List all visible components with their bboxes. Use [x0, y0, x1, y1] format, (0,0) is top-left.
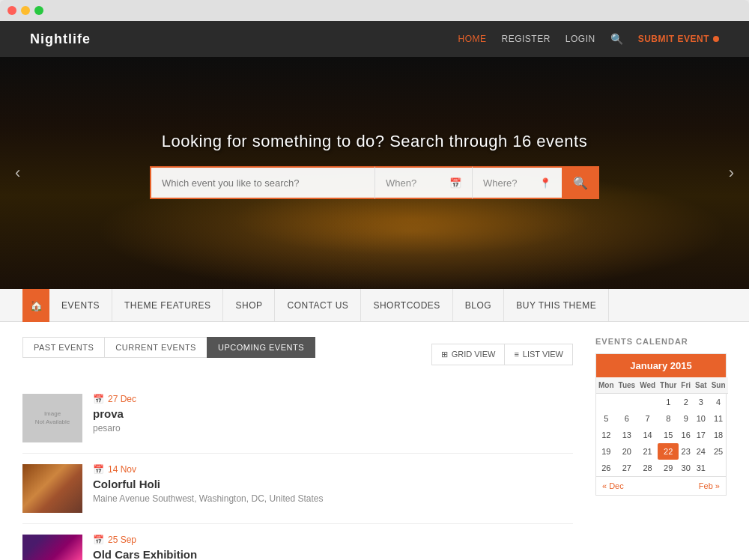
cal-day[interactable]: 10: [693, 410, 709, 427]
cal-day[interactable]: 31: [693, 460, 709, 476]
sec-nav-shop[interactable]: SHOP: [223, 289, 275, 321]
cal-day-fri: Fri: [679, 377, 693, 394]
event-item-cars: 📅 25 Sep Old Cars Exhibition Maryland Av…: [22, 524, 573, 560]
cal-day: [596, 394, 616, 411]
nav-register[interactable]: REGISTER: [501, 34, 550, 44]
sec-nav-events[interactable]: EVENTS: [49, 289, 112, 321]
cal-day[interactable]: 6: [616, 410, 638, 427]
event-item-holi: 📅 14 Nov Colorful Holi Maine Avenue Sout…: [22, 454, 573, 524]
sec-nav-home[interactable]: 🏠: [22, 289, 49, 322]
hero-title: Looking for something to do? Search thro…: [150, 132, 599, 151]
cal-day[interactable]: 5: [596, 410, 616, 427]
cal-day[interactable]: 7: [637, 410, 658, 427]
cal-day[interactable]: 8: [658, 410, 679, 427]
hero-prev-arrow[interactable]: ‹: [15, 163, 20, 183]
search-when-input[interactable]: When? 📅: [374, 166, 472, 199]
cal-day: [709, 460, 728, 476]
cal-day[interactable]: 12: [596, 427, 616, 443]
filter-row: PAST EVENTS CURRENT EVENTS UPCOMING EVEN…: [22, 337, 573, 371]
cal-day[interactable]: 18: [709, 427, 728, 443]
search-button[interactable]: 🔍: [562, 166, 599, 199]
event-filter-tabs: PAST EVENTS CURRENT EVENTS UPCOMING EVEN…: [22, 337, 315, 358]
cal-day[interactable]: 2: [679, 394, 693, 411]
cal-day[interactable]: 19: [596, 443, 616, 460]
cal-day-wed: Wed: [637, 377, 658, 394]
cal-day: [616, 394, 638, 411]
cal-day[interactable]: 25: [709, 443, 728, 460]
cal-prev-link[interactable]: « Dec: [602, 481, 624, 490]
sec-nav-theme-features[interactable]: THEME FEATURES: [112, 289, 223, 321]
calendar-title: EVENTS CALENDAR: [595, 337, 727, 346]
cal-day[interactable]: 15: [658, 427, 679, 443]
tab-upcoming-events[interactable]: UPCOMING EVENTS: [207, 337, 315, 358]
cal-day[interactable]: 29: [658, 460, 679, 476]
cal-day[interactable]: 9: [679, 410, 693, 427]
calendar-grid: Mon Tues Wed Thur Fri Sat Sun 1234567891…: [596, 377, 728, 476]
event-location-holi: Maine Avenue Southwest, Washington, DC, …: [93, 493, 573, 504]
secondary-nav: 🏠 EVENTS THEME FEATURES SHOP CONTACT US …: [0, 289, 749, 322]
sec-nav-blog[interactable]: BLOG: [453, 289, 504, 321]
event-title-cars[interactable]: Old Cars Exhibition: [93, 548, 573, 560]
calendar-icon-small: 📅: [93, 394, 104, 404]
tab-current-events[interactable]: CURRENT EVENTS: [104, 337, 207, 358]
cal-day[interactable]: 16: [679, 427, 693, 443]
sec-nav-contact-us[interactable]: CONTACT US: [275, 289, 361, 321]
cal-day[interactable]: 20: [616, 443, 638, 460]
nav-home[interactable]: HOME: [458, 34, 486, 44]
sec-nav-shortcodes[interactable]: SHORTCODES: [361, 289, 452, 321]
calendar-month-header: January 2015: [596, 354, 726, 377]
sec-nav-buy-theme[interactable]: BUY THIS THEME: [504, 289, 609, 321]
hero-next-arrow[interactable]: ›: [729, 163, 734, 183]
site-header: Nightlife HOME REGISTER LOGIN 🔍 SUBMIT E…: [0, 21, 749, 57]
event-title-holi[interactable]: Colorful Holi: [93, 478, 573, 490]
cal-day[interactable]: 24: [693, 443, 709, 460]
cal-day[interactable]: 1: [658, 394, 679, 411]
calendar-section: EVENTS CALENDAR January 2015 Mon Tues We…: [595, 337, 727, 560]
nav-login[interactable]: LOGIN: [565, 34, 595, 44]
event-thumb-prova: ImageNot Available: [22, 394, 82, 442]
cal-day[interactable]: 27: [616, 460, 638, 476]
cal-day[interactable]: 23: [679, 443, 693, 460]
minimize-button[interactable]: [21, 6, 30, 15]
cal-day[interactable]: 22: [658, 443, 679, 460]
location-icon: 📍: [539, 177, 551, 189]
cal-day-sun: Sun: [709, 377, 728, 394]
search-where-input[interactable]: Where? 📍: [472, 166, 562, 199]
event-title-prova[interactable]: prova: [93, 407, 573, 420]
submit-event-button[interactable]: SUBMIT EVENT: [638, 34, 719, 44]
calendar-widget: January 2015 Mon Tues Wed Thur Fri Sat S…: [595, 353, 727, 496]
event-date-prova: 📅 27 Dec: [93, 394, 573, 404]
cal-day[interactable]: 26: [596, 460, 616, 476]
cal-day[interactable]: 3: [693, 394, 709, 411]
header-nav: HOME REGISTER LOGIN 🔍 SUBMIT EVENT: [458, 33, 719, 45]
maximize-button[interactable]: [34, 6, 43, 15]
cal-next-link[interactable]: Feb »: [699, 481, 720, 490]
cal-day[interactable]: 13: [616, 427, 638, 443]
close-button[interactable]: [7, 6, 16, 15]
search-icon[interactable]: 🔍: [610, 33, 623, 45]
grid-view-button[interactable]: ⊞ GRID VIEW: [431, 344, 505, 365]
cal-day[interactable]: 17: [693, 427, 709, 443]
cal-day-tue: Tues: [616, 377, 638, 394]
calendar-icon: 📅: [449, 177, 461, 189]
events-section: PAST EVENTS CURRENT EVENTS UPCOMING EVEN…: [22, 337, 573, 560]
cal-day[interactable]: 28: [637, 460, 658, 476]
calendar-nav: « Dec Feb »: [596, 476, 726, 495]
site-logo: Nightlife: [30, 31, 91, 47]
cal-day[interactable]: 14: [637, 427, 658, 443]
calendar-icon-holi: 📅: [93, 464, 104, 475]
cal-day[interactable]: 4: [709, 394, 728, 411]
list-view-button[interactable]: ≡ LIST VIEW: [504, 344, 573, 365]
tab-past-events[interactable]: PAST EVENTS: [22, 337, 104, 358]
hero-content: Looking for something to do? Search thro…: [150, 132, 599, 199]
search-event-input[interactable]: [150, 166, 374, 199]
cal-day[interactable]: 11: [709, 410, 728, 427]
cal-day-thu: Thur: [658, 377, 679, 394]
event-date-cars: 📅 25 Sep: [93, 535, 573, 545]
list-icon: ≡: [514, 350, 518, 359]
event-location-prova: pesaro: [93, 423, 573, 433]
view-toggle: ⊞ GRID VIEW ≡ LIST VIEW: [431, 344, 573, 365]
cal-day[interactable]: 30: [679, 460, 693, 476]
cal-day[interactable]: 21: [637, 443, 658, 460]
event-item-prova: ImageNot Available 📅 27 Dec prova pesaro: [22, 383, 573, 454]
